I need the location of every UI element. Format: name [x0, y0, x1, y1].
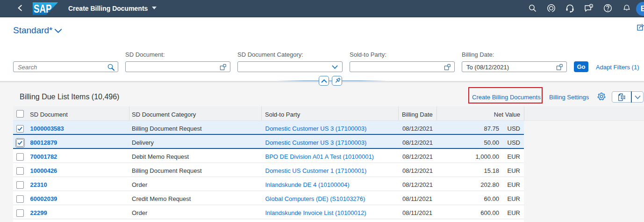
- svg-text:SAP: SAP: [34, 3, 52, 15]
